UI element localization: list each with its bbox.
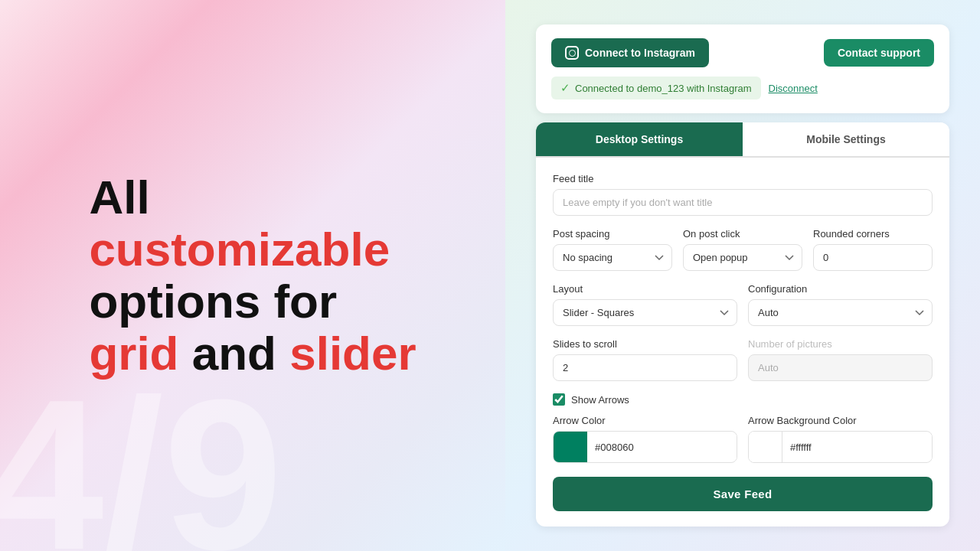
save-feed-button[interactable]: Save Feed [553,477,933,511]
check-circle-icon: ✓ [560,81,570,95]
arrow-color-wrapper [553,431,737,463]
hero-text: All customizable options for grid and sl… [58,141,446,411]
form-body: Feed title Post spacing No spacing Small… [536,158,949,527]
arrow-color-label: Arrow Color [553,415,737,426]
on-post-click-label: On post click [683,228,802,240]
connected-badge: ✓ Connected to demo_123 with Instagram [551,77,761,99]
save-feed-label: Save Feed [714,487,773,500]
left-panel: 4/9 All customizable options for grid an… [0,0,505,551]
rounded-corners-label: Rounded corners [813,228,933,240]
slides-to-scroll-input[interactable] [553,354,737,381]
disconnect-label: Disconnect [769,83,818,94]
arrow-bg-color-swatch[interactable] [749,432,782,462]
top-bar-row1: Connect to Instagram Contact support [551,38,934,67]
hero-line1: All [89,171,149,223]
feed-title-label: Feed title [553,173,933,184]
show-arrows-checkbox[interactable] [553,393,565,406]
show-arrows-label: Show Arrows [571,394,629,406]
contact-support-button[interactable]: Contact support [824,39,934,67]
hero-slider: slider [289,327,416,380]
feed-title-input[interactable] [553,189,933,216]
disconnect-button[interactable]: Disconnect [769,83,818,94]
hero-line4-grid: grid [89,327,178,380]
layout-select[interactable]: Slider - Squares Grid Masonry [553,299,737,326]
arrow-color-col: Arrow Color [553,415,737,463]
hero-line2: customizable [89,223,390,276]
feed-title-group: Feed title [553,173,933,216]
row-spacing-click-corners: Post spacing No spacing Small Medium Lar… [553,228,933,271]
row-layout-config: Layout Slider - Squares Grid Masonry Con… [553,283,933,326]
post-spacing-label: Post spacing [553,228,672,240]
layout-col: Layout Slider - Squares Grid Masonry [553,283,737,326]
number-of-pictures-label: Number of pictures [748,338,933,350]
arrow-bg-color-label: Arrow Background Color [748,415,933,426]
hero-and: and [179,327,290,380]
configuration-col: Configuration Auto Custom [748,283,933,326]
rounded-corners-col: Rounded corners [813,228,933,271]
rounded-corners-input[interactable] [813,244,933,271]
layout-label: Layout [553,283,737,295]
instagram-icon [565,46,579,60]
post-spacing-col: Post spacing No spacing Small Medium Lar… [553,228,672,271]
top-bar-row2: ✓ Connected to demo_123 with Instagram D… [551,77,934,99]
arrow-bg-color-wrapper [748,431,933,463]
post-spacing-select[interactable]: No spacing Small Medium Large [553,244,672,271]
on-post-click-col: On post click Open popup Open link Nothi… [683,228,802,271]
number-of-pictures-col: Number of pictures [748,338,933,381]
connected-text: Connected to demo_123 with Instagram [575,83,752,94]
show-arrows-row: Show Arrows [553,393,933,406]
slides-to-scroll-col: Slides to scroll [553,338,737,381]
arrow-bg-color-col: Arrow Background Color [748,415,933,463]
right-panel: Connect to Instagram Contact support ✓ C… [505,0,980,551]
tabs-bar: Desktop Settings Mobile Settings [536,122,949,158]
row-slides-pictures: Slides to scroll Number of pictures [553,338,933,381]
on-post-click-select[interactable]: Open popup Open link Nothing [683,244,802,271]
contact-support-label: Contact support [838,47,920,59]
settings-card: Desktop Settings Mobile Settings Feed ti… [536,122,949,527]
number-of-pictures-input [748,354,933,381]
color-row: Arrow Color Arrow Background Color [553,415,933,463]
hero-line3: options for [89,275,337,328]
configuration-label: Configuration [748,283,933,295]
arrow-color-swatch[interactable] [554,432,587,462]
arrow-bg-color-input[interactable] [782,435,932,460]
arrow-color-input[interactable] [587,435,737,460]
tab-desktop[interactable]: Desktop Settings [536,122,743,156]
configuration-select[interactable]: Auto Custom [748,299,933,326]
top-bar: Connect to Instagram Contact support ✓ C… [536,24,949,113]
slides-to-scroll-label: Slides to scroll [553,338,737,350]
connect-instagram-button[interactable]: Connect to Instagram [551,38,709,67]
connect-instagram-label: Connect to Instagram [585,47,695,59]
tab-mobile[interactable]: Mobile Settings [743,122,949,156]
